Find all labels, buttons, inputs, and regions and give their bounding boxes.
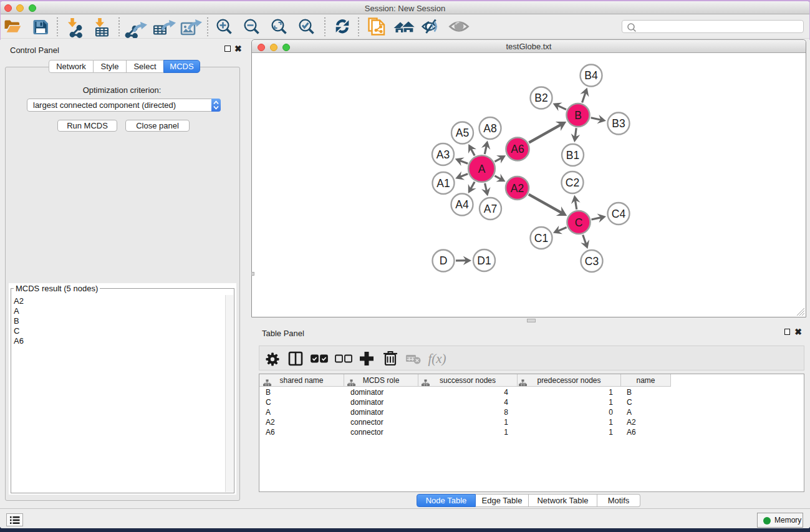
svg-text:D1: D1 [477,254,491,267]
svg-text:C: C [575,216,583,229]
svg-text:C3: C3 [585,255,599,268]
svg-text:B4: B4 [584,69,598,82]
svg-text:A7: A7 [484,203,497,215]
svg-text:B2: B2 [534,92,547,104]
svg-text:C1: C1 [534,232,548,244]
svg-text:A5: A5 [456,127,469,139]
svg-text:A1: A1 [436,177,450,190]
svg-text:A: A [478,163,486,175]
svg-text:A8: A8 [483,122,496,135]
svg-text:f(x): f(x) [428,351,446,366]
svg-text:D: D [440,254,448,267]
svg-text:A4: A4 [455,198,469,211]
svg-text:B1: B1 [566,149,579,162]
svg-text:C2: C2 [566,177,579,189]
svg-text:B: B [574,109,582,122]
svg-text:A2: A2 [511,182,524,195]
svg-text:B3: B3 [612,117,625,130]
svg-text:A3: A3 [436,148,450,161]
svg-text:C4: C4 [612,208,626,220]
svg-text:A6: A6 [511,143,524,155]
